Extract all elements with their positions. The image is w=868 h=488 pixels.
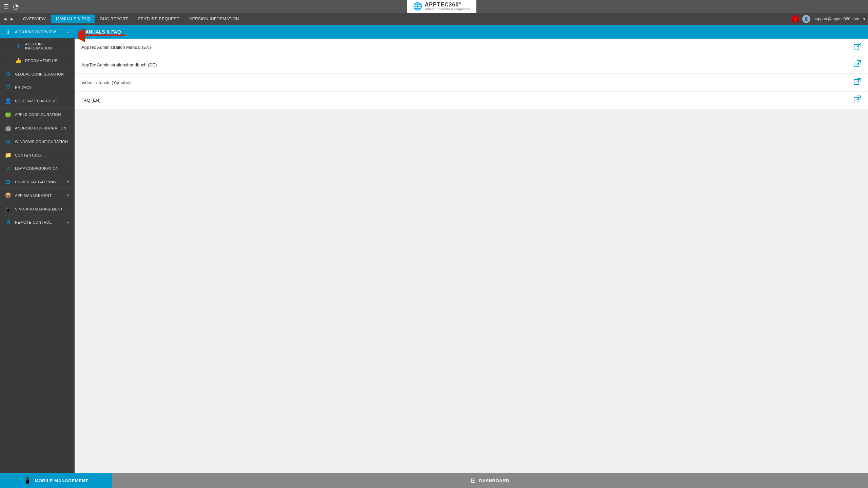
nav-tab-manuals[interactable]: MANUALS & FAQ	[51, 15, 95, 23]
top-bar: ☰ ◔ 🌐 APPTEC360° Unified Endpoint Manage…	[0, 0, 868, 13]
sidebar-label-universal-gateway: UNIVERSAL GATEWAY	[15, 180, 57, 184]
nav-tab-bug[interactable]: BUG REPORT	[95, 15, 133, 23]
nav-tab-feature[interactable]: FEATURE REQUEST	[134, 15, 184, 23]
android-configuration-icon: 🤖	[5, 125, 12, 131]
sidebar: ℹACCOUNT OVERVIEW▲ℹACCOUNT INFORMATION👍R…	[0, 25, 75, 473]
sidebar-item-universal-gateway[interactable]: ⊞UNIVERSAL GATEWAY▼	[0, 175, 75, 189]
sidebar-item-account-overview[interactable]: ℹACCOUNT OVERVIEW▲	[0, 25, 75, 39]
windows-configuration-icon: ⊞	[5, 138, 12, 145]
svg-rect-1	[854, 44, 859, 49]
nav-tabs: OVERVIEWMANUALS & FAQBUG REPORTFEATURE R…	[18, 15, 791, 23]
manuals-rows: AppTec Administration Manual (EN) AppTec…	[75, 39, 868, 109]
manuals-row-label-faq-en: FAQ (EN)	[81, 98, 854, 103]
sidebar-label-ldap-configuration: LDAP CONFIGURATION	[15, 166, 58, 170]
manuals-row-admin-manual-en[interactable]: AppTec Administration Manual (EN)	[75, 39, 868, 56]
contentbox-icon: 📁	[5, 152, 12, 158]
ldap-configuration-icon: ≡	[5, 165, 12, 171]
logo-sub-text: Unified Endpoint Management	[425, 8, 471, 11]
dashboard-label: DASHBOARD	[479, 478, 509, 483]
sim-card-management-icon: 📱	[5, 206, 12, 212]
manuals-header: MANUALS & FAQ	[75, 25, 868, 39]
account-overview-icon: ℹ	[5, 28, 12, 35]
sidebar-label-remote-control: REMOTE CONTROL	[15, 220, 52, 224]
sidebar-item-contentbox[interactable]: 📁CONTENTBOX	[0, 148, 75, 162]
external-link-icon-faq-en[interactable]	[854, 96, 861, 105]
sidebar-label-android-configuration: ANDROID CONFIGURATION	[15, 126, 66, 130]
sidebar-label-sim-card-management: SIM CARD MANAGEMENT	[15, 207, 63, 211]
alert-icon: !	[791, 15, 799, 23]
sidebar-label-app-management: APP MANAGEMENT	[15, 194, 52, 198]
main-layout: ℹACCOUNT OVERVIEW▲ℹACCOUNT INFORMATION👍R…	[0, 25, 868, 473]
nav-bar: ◀ ▶ OVERVIEWMANUALS & FAQBUG REPORTFEATU…	[0, 13, 868, 25]
manuals-row-label-admin-manual-de: AppTec Administrationshandbuch (DE)	[81, 62, 854, 67]
sidebar-item-remote-control[interactable]: 🖥REMOTE CONTROL▼	[0, 216, 75, 229]
global-configuration-icon: ⚙	[5, 71, 12, 77]
mobile-management-label: MOBILE MANAGEMENT	[35, 478, 88, 483]
logo-text: APPTEC360° Unified Endpoint Management	[425, 2, 471, 11]
remote-control-icon: 🖥	[5, 219, 12, 225]
sidebar-item-ldap-configuration[interactable]: ≡LDAP CONFIGURATION	[0, 162, 75, 175]
nav-forward-button[interactable]: ▶	[9, 16, 15, 22]
dashboard-icon: ⊞	[471, 477, 476, 484]
logo-main-text: APPTEC360°	[425, 2, 471, 8]
content-area: MANUALS & FAQ AppTec Administration Manu…	[75, 25, 868, 473]
nav-tab-version[interactable]: VERSION INFORMATION	[185, 15, 244, 23]
sidebar-label-privacy: PRIVACY	[15, 85, 32, 89]
remote-control-chevron-icon: ▼	[66, 221, 70, 224]
account-information-icon: ℹ	[15, 43, 22, 49]
external-link-icon-admin-manual-de[interactable]	[854, 60, 861, 69]
svg-rect-3	[854, 80, 859, 84]
external-link-icon-video-tutorials[interactable]	[854, 78, 861, 87]
sidebar-item-role-based-access[interactable]: 👤ROLE BASED ACCESS	[0, 94, 75, 108]
user-avatar: 👤	[802, 15, 810, 23]
top-bar-center: 🌐 APPTEC360° Unified Endpoint Management	[19, 0, 865, 13]
sidebar-item-account-information[interactable]: ℹACCOUNT INFORMATION	[0, 39, 75, 54]
sidebar-label-role-based-access: ROLE BASED ACCESS	[15, 99, 57, 103]
nav-tab-overview[interactable]: OVERVIEW	[18, 15, 51, 23]
recommend-us-icon: 👍	[15, 57, 22, 64]
bottom-bar: 📱 MOBILE MANAGEMENT ⊞ DASHBOARD	[0, 473, 868, 488]
sidebar-item-privacy[interactable]: 🛡PRIVACY	[0, 81, 75, 94]
sidebar-item-global-configuration[interactable]: ⚙GLOBAL CONFIGURATION	[0, 67, 75, 81]
dashboard-button[interactable]: ⊞ DASHBOARD	[112, 473, 868, 488]
sidebar-item-app-management[interactable]: 📦APP MANAGEMENT▼	[0, 189, 75, 202]
sidebar-item-recommend-us[interactable]: 👍RECOMMEND US	[0, 54, 75, 67]
user-email: support@apptec360.com	[814, 17, 859, 21]
mobile-icon: 📱	[24, 477, 31, 484]
manuals-row-admin-manual-de[interactable]: AppTec Administrationshandbuch (DE)	[75, 56, 868, 74]
external-link-icon-admin-manual-en[interactable]	[854, 43, 861, 52]
sidebar-label-account-overview: ACCOUNT OVERVIEW	[15, 30, 56, 34]
manuals-row-label-video-tutorials: Video Tutorials (Youtube)	[81, 80, 854, 85]
manuals-row-faq-en[interactable]: FAQ (EN)	[75, 92, 868, 109]
account-overview-chevron-icon: ▲	[66, 30, 70, 34]
sidebar-item-android-configuration[interactable]: 🤖ANDROID CONFIGURATION	[0, 121, 75, 135]
nav-right: ! 👤 support@apptec360.com ▼	[791, 15, 866, 23]
svg-rect-4	[854, 97, 859, 102]
sidebar-item-apple-configuration[interactable]: 🍏APPLE CONFIGURATION	[0, 108, 75, 121]
universal-gateway-chevron-icon: ▼	[66, 180, 70, 184]
sidebar-item-windows-configuration[interactable]: ⊞WINDOWS CONFIGURATION	[0, 135, 75, 148]
app-management-icon: 📦	[5, 192, 12, 199]
app-management-chevron-icon: ▼	[66, 194, 70, 197]
svg-rect-2	[854, 62, 859, 67]
role-based-access-icon: 👤	[5, 98, 12, 104]
apple-configuration-icon: 🍏	[5, 111, 12, 118]
mobile-management-button[interactable]: 📱 MOBILE MANAGEMENT	[0, 473, 112, 488]
universal-gateway-icon: ⊞	[5, 179, 12, 185]
sidebar-label-windows-configuration: WINDOWS CONFIGURATION	[15, 140, 68, 144]
sidebar-item-sim-card-management[interactable]: 📱SIM CARD MANAGEMENT	[0, 202, 75, 216]
hamburger-icon[interactable]: ☰	[3, 3, 9, 10]
sidebar-label-global-configuration: GLOBAL CONFIGURATION	[15, 72, 64, 76]
sidebar-label-apple-configuration: APPLE CONFIGURATION	[15, 113, 61, 117]
privacy-icon: 🛡	[5, 84, 12, 90]
nav-back-button[interactable]: ◀	[2, 16, 8, 22]
sidebar-label-recommend-us: RECOMMEND US	[25, 59, 57, 63]
logo-box: 🌐 APPTEC360° Unified Endpoint Management	[407, 0, 477, 13]
logo-globe-icon: 🌐	[413, 2, 422, 11]
clock-icon[interactable]: ◔	[13, 2, 19, 11]
nav-arrows: ◀ ▶	[2, 16, 15, 22]
manuals-row-video-tutorials[interactable]: Video Tutorials (Youtube)	[75, 74, 868, 92]
user-dropdown-arrow-icon[interactable]: ▼	[863, 17, 866, 21]
sidebar-label-contentbox: CONTENTBOX	[15, 153, 42, 157]
top-bar-icons: ☰ ◔	[3, 2, 19, 11]
